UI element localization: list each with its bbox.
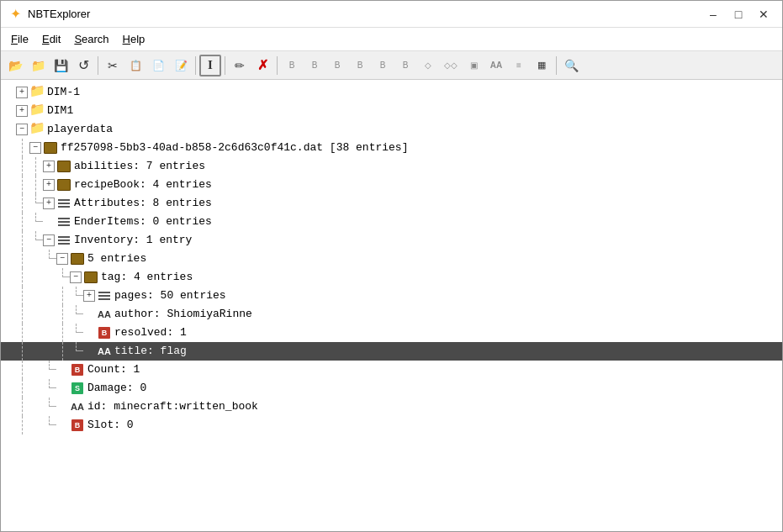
label-tag: tag: 4 entries [101, 268, 193, 287]
expand-5entries[interactable] [56, 253, 68, 265]
tree-view[interactable]: 📁 DIM-1 📁 DIM1 📁 playerdata ff257098-5bb… [1, 80, 782, 532]
tree-node-ff257098[interactable]: ff257098-5bb3-40ad-b858-2c6d63c0f41c.dat… [1, 139, 782, 157]
toolbar-add-long[interactable]: B [349, 55, 371, 76]
expand-abilities[interactable] [43, 161, 55, 172]
expand-pages[interactable] [83, 290, 95, 302]
compound-icon-tag [83, 270, 98, 285]
toolbar-add-double[interactable]: B [394, 55, 416, 76]
toolbar-add-string[interactable]: AA [485, 55, 507, 76]
tree-node-inventory[interactable]: Inventory: 1 entry [1, 231, 782, 250]
menu-file[interactable]: File [4, 30, 35, 48]
main-area: 📁 DIM-1 📁 DIM1 📁 playerdata ff257098-5bb… [1, 80, 782, 532]
expand-tag[interactable] [70, 271, 82, 283]
expand-dim1[interactable] [16, 105, 28, 117]
label-author: author: ShiomiyaRinne [114, 305, 252, 324]
tree-node-playerdata[interactable]: 📁 playerdata [1, 120, 782, 139]
label-recipebook: recipeBook: 4 entries [74, 176, 212, 194]
tree-node-recipebook[interactable]: recipeBook: 4 entries [1, 176, 782, 194]
compound-icon-abilities [56, 159, 71, 174]
label-enderitems: EnderItems: 0 entries [74, 213, 212, 231]
toolbar-open-file[interactable]: 📁 [27, 55, 49, 76]
expand-inventory[interactable] [43, 234, 55, 246]
app-title: NBTExplorer [28, 8, 701, 20]
toolbar-save[interactable]: 💾 [50, 55, 71, 76]
short-icon-damage: S [70, 381, 85, 396]
label-ff257098: ff257098-5bb3-40ad-b858-2c6d63c0f41c.dat… [61, 139, 408, 157]
toolbar-rename[interactable]: I [199, 55, 221, 76]
toolbar-new[interactable]: 📝 [170, 55, 192, 76]
app-icon: ✦ [8, 7, 23, 22]
toolbar-sep-3 [225, 56, 225, 75]
label-dim1: DIM1 [47, 102, 73, 120]
label-damage: Damage: 0 [87, 379, 146, 398]
expand-playerdata[interactable] [16, 124, 28, 135]
expand-recipebook[interactable] [43, 179, 55, 191]
menu-bar: File Edit Search Help [1, 28, 782, 51]
toolbar-find[interactable]: 🔍 [560, 55, 582, 76]
toolbar-add-intarray[interactable]: ≡ [508, 55, 530, 76]
tree-node-damage[interactable]: S Damage: 0 [1, 379, 782, 398]
toolbar-add-int[interactable]: B [326, 55, 348, 76]
compound-icon-5entries [70, 251, 85, 266]
toolbar-add-bytearray[interactable]: ◇ [417, 55, 439, 76]
toolbar-add-short[interactable]: B [304, 55, 325, 76]
folder-icon-dim1: 📁 [29, 103, 45, 119]
toolbar-expand-all[interactable]: ▦ [531, 55, 553, 76]
tree-node-id[interactable]: AA id: minecraft:written_book [1, 398, 782, 416]
tree-node-slot[interactable]: B Slot: 0 [1, 416, 782, 435]
byte-icon-resolved: B [97, 325, 112, 340]
toolbar-add-list[interactable]: ◇◇ [440, 55, 462, 76]
toolbar-delete[interactable]: ✗ [251, 55, 273, 76]
label-attributes: Attributes: 8 entries [74, 194, 212, 213]
tree-node-dim1[interactable]: 📁 DIM1 [1, 102, 782, 120]
menu-help[interactable]: Help [116, 30, 152, 48]
list-icon-attributes [56, 196, 71, 211]
label-resolved: resolved: 1 [114, 324, 187, 342]
label-playerdata: playerdata [47, 120, 113, 139]
tree-node-author[interactable]: AA author: ShiomiyaRinne [1, 305, 782, 324]
toolbar-sep-4 [277, 56, 278, 75]
label-count: Count: 1 [87, 361, 140, 379]
window-controls: – □ ✕ [701, 5, 775, 24]
toolbar-open-folder[interactable]: 📂 [4, 55, 26, 76]
label-5entries: 5 entries [87, 250, 146, 268]
tree-node-pages[interactable]: pages: 50 entries [1, 287, 782, 305]
list-icon-pages [97, 288, 112, 303]
tree-node-attributes[interactable]: Attributes: 8 entries [1, 194, 782, 213]
label-title: title: flag [114, 342, 187, 361]
minimize-button[interactable]: – [701, 5, 725, 24]
toolbar-add-byte[interactable]: B [281, 55, 303, 76]
maximize-button[interactable]: □ [727, 5, 750, 24]
tree-node-count[interactable]: B Count: 1 [1, 361, 782, 379]
close-button[interactable]: ✕ [752, 5, 775, 24]
toolbar-sep-2 [195, 56, 196, 75]
expand-ff257098[interactable] [29, 142, 41, 154]
string-icon-title: AA [97, 344, 112, 359]
compound-icon-ff257098 [43, 140, 58, 155]
toolbar-paste[interactable]: 📄 [147, 55, 169, 76]
label-pages: pages: 50 entries [114, 287, 226, 305]
tree-node-resolved[interactable]: B resolved: 1 [1, 324, 782, 342]
toolbar-refresh[interactable]: ↺ [72, 55, 94, 76]
byte-icon-slot: B [70, 418, 85, 433]
menu-search[interactable]: Search [67, 30, 115, 48]
menu-edit[interactable]: Edit [35, 30, 67, 48]
tree-node-title[interactable]: AA title: flag [1, 342, 782, 361]
tree-node-enderitems[interactable]: EnderItems: 0 entries [1, 213, 782, 231]
label-dim-1: DIM-1 [47, 83, 80, 102]
tree-node-abilities[interactable]: abilities: 7 entries [1, 157, 782, 176]
list-icon-enderitems [56, 214, 71, 229]
toolbar: 📂 📁 💾 ↺ ✂ 📋 📄 📝 I ✏ ✗ B B B B B B ◇ ◇◇ ▣… [1, 51, 782, 80]
tree-node-dim-1[interactable]: 📁 DIM-1 [1, 83, 782, 102]
expand-attributes[interactable] [43, 198, 55, 209]
toolbar-add-float[interactable]: B [372, 55, 394, 76]
toolbar-copy[interactable]: 📋 [124, 55, 146, 76]
list-icon-inventory [56, 233, 71, 248]
toolbar-cut[interactable]: ✂ [102, 55, 124, 76]
label-abilities: abilities: 7 entries [74, 157, 205, 176]
toolbar-edit[interactable]: ✏ [229, 55, 251, 76]
tree-node-tag[interactable]: tag: 4 entries [1, 268, 782, 287]
toolbar-add-compound[interactable]: ▣ [463, 55, 484, 76]
tree-node-5entries[interactable]: 5 entries [1, 250, 782, 268]
expand-dim-1[interactable] [16, 87, 28, 98]
